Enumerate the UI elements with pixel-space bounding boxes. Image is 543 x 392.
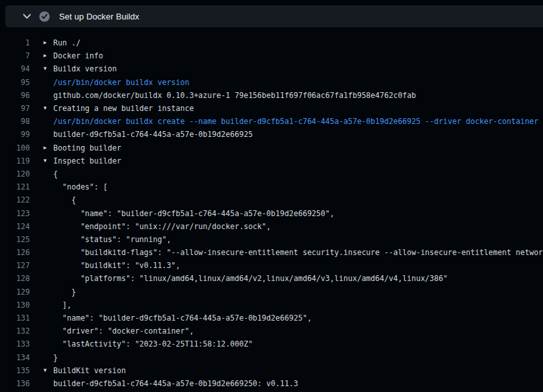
log-text: builder-d9cfb5a1-c764-445a-a57e-0b19d2e6…	[53, 379, 298, 388]
line-number[interactable]: 97	[0, 104, 30, 113]
line-number[interactable]: 126	[0, 248, 30, 257]
log-line: 122 {	[0, 193, 543, 206]
log-group-header[interactable]: ▶Docker info	[53, 51, 103, 60]
log-text: ],	[53, 300, 71, 310]
log-line: 125 "status": "running",	[0, 233, 543, 246]
log-group-header[interactable]: ▼Inspect builder	[53, 156, 121, 165]
log-line: 136builder-d9cfb5a1-c764-445a-a57e-0b19d…	[0, 377, 543, 390]
log-line: 1▶Run ./	[0, 36, 543, 49]
line-number[interactable]: 128	[0, 274, 30, 283]
log-text: "buildkitd-flags": "--allow-insecure-ent…	[53, 248, 543, 257]
line-number[interactable]: 131	[0, 313, 30, 323]
line-number[interactable]: 136	[0, 379, 30, 388]
line-number[interactable]: 100	[0, 143, 30, 153]
line-number[interactable]: 94	[0, 64, 30, 73]
log-line: 135▼BuildKit version	[0, 364, 543, 377]
line-number[interactable]: 130	[0, 300, 30, 310]
log-text: github.com/docker/buildx 0.10.3+azure-1 …	[53, 91, 416, 100]
step-title: Set up Docker Buildx	[59, 12, 139, 21]
log-text: "status": "running",	[53, 235, 171, 244]
log-line: 124 "endpoint": "unix:///var/run/docker.…	[0, 220, 543, 233]
actions-log-viewer: { "header": { "title": "Set up Docker Bu…	[0, 0, 543, 392]
log-text: "nodes": [	[53, 182, 108, 191]
line-number[interactable]: 121	[0, 182, 30, 191]
log-text: "driver": "docker-container",	[53, 326, 194, 336]
line-number[interactable]: 122	[0, 195, 30, 204]
log-line: 130 ],	[0, 299, 543, 312]
log-line: 96github.com/docker/buildx 0.10.3+azure-…	[0, 89, 543, 102]
chevron-down-icon[interactable]	[23, 14, 31, 19]
log-line: 94▼Buildx version	[0, 62, 543, 75]
log-group-header[interactable]: ▶Booting builder	[53, 143, 121, 153]
line-number[interactable]: 124	[0, 222, 30, 231]
log-text: "lastActivity": "2023-02-25T11:58:12.000…	[53, 339, 253, 349]
log-output: 1▶Run ./7▶Docker info94▼Buildx version95…	[0, 27, 543, 392]
log-line: 123 "name": "builder-d9cfb5a1-c764-445a-…	[0, 206, 543, 219]
success-check-icon	[39, 11, 50, 22]
log-line: 128 "platforms": "linux/amd64,linux/amd6…	[0, 272, 543, 285]
log-group-header[interactable]: ▼Buildx version	[53, 64, 117, 73]
line-number[interactable]: 7	[0, 51, 30, 60]
line-number[interactable]: 135	[0, 366, 30, 375]
log-text: "platforms": "linux/amd64,linux/amd64/v2…	[53, 274, 448, 283]
line-number[interactable]: 98	[0, 117, 30, 126]
log-text: "name": "builder-d9cfb5a1-c764-445a-a57e…	[53, 313, 312, 323]
log-line: 129 }	[0, 286, 543, 299]
line-number[interactable]: 119	[0, 156, 30, 165]
line-number[interactable]: 99	[0, 130, 30, 139]
log-line: 97▼Creating a new builder instance	[0, 102, 543, 115]
line-number[interactable]: 123	[0, 209, 30, 218]
log-line: 127 "buildkit": "v0.11.3",	[0, 259, 543, 272]
log-group-header[interactable]: ▼BuildKit version	[53, 366, 126, 375]
line-number[interactable]: 129	[0, 288, 30, 297]
line-number[interactable]: 133	[0, 339, 30, 349]
log-line: 99builder-d9cfb5a1-c764-445a-a57e-0b19d2…	[0, 128, 543, 141]
line-number[interactable]: 1	[0, 38, 30, 47]
log-line: 119▼Inspect builder	[0, 154, 543, 167]
line-number[interactable]: 125	[0, 235, 30, 244]
log-line: 121 "nodes": [	[0, 180, 543, 193]
log-text: /usr/bin/docker buildx create --name bui…	[53, 117, 538, 126]
log-line: 95/usr/bin/docker buildx version	[0, 76, 543, 89]
log-text: "endpoint": "unix:///var/run/docker.sock…	[53, 222, 271, 231]
group-expanded-icon[interactable]: ▼	[44, 106, 47, 111]
line-number[interactable]: 134	[0, 353, 30, 362]
log-group-header[interactable]: ▶Run ./	[53, 38, 81, 47]
log-line: 120{	[0, 167, 543, 180]
log-line: 134}	[0, 351, 543, 364]
log-line: 132 "driver": "docker-container",	[0, 325, 543, 337]
log-text: "name": "builder-d9cfb5a1-c764-445a-a57e…	[53, 209, 335, 218]
log-group-header[interactable]: ▼Creating a new builder instance	[53, 104, 194, 113]
group-collapsed-icon[interactable]: ▶	[44, 40, 47, 45]
group-expanded-icon[interactable]: ▼	[44, 66, 47, 71]
log-text: "buildkit": "v0.11.3",	[53, 261, 180, 270]
log-text: }	[53, 288, 76, 297]
log-text: builder-d9cfb5a1-c764-445a-a57e-0b19d2e6…	[53, 130, 253, 139]
log-line: 126 "buildkitd-flags": "--allow-insecure…	[0, 246, 543, 259]
line-number[interactable]: 120	[0, 169, 30, 178]
group-expanded-icon[interactable]: ▼	[44, 368, 47, 373]
log-line: 133 "lastActivity": "2023-02-25T11:58:12…	[0, 337, 543, 350]
step-header[interactable]: Set up Docker Buildx	[5, 5, 543, 27]
log-line: 100▶Booting builder	[0, 141, 543, 154]
group-collapsed-icon[interactable]: ▶	[44, 53, 47, 58]
log-line: 131 "name": "builder-d9cfb5a1-c764-445a-…	[0, 312, 543, 325]
log-text: /usr/bin/docker buildx version	[53, 78, 189, 87]
line-number[interactable]: 127	[0, 261, 30, 270]
line-number[interactable]: 95	[0, 78, 30, 87]
group-collapsed-icon[interactable]: ▶	[44, 145, 47, 150]
log-text: {	[53, 169, 58, 178]
log-line: 98/usr/bin/docker buildx create --name b…	[0, 115, 543, 128]
group-expanded-icon[interactable]: ▼	[44, 158, 47, 164]
line-number[interactable]: 96	[0, 91, 30, 100]
line-number[interactable]: 132	[0, 326, 30, 336]
log-text: }	[53, 353, 58, 362]
log-text: {	[53, 195, 76, 204]
log-line: 7▶Docker info	[0, 49, 543, 62]
